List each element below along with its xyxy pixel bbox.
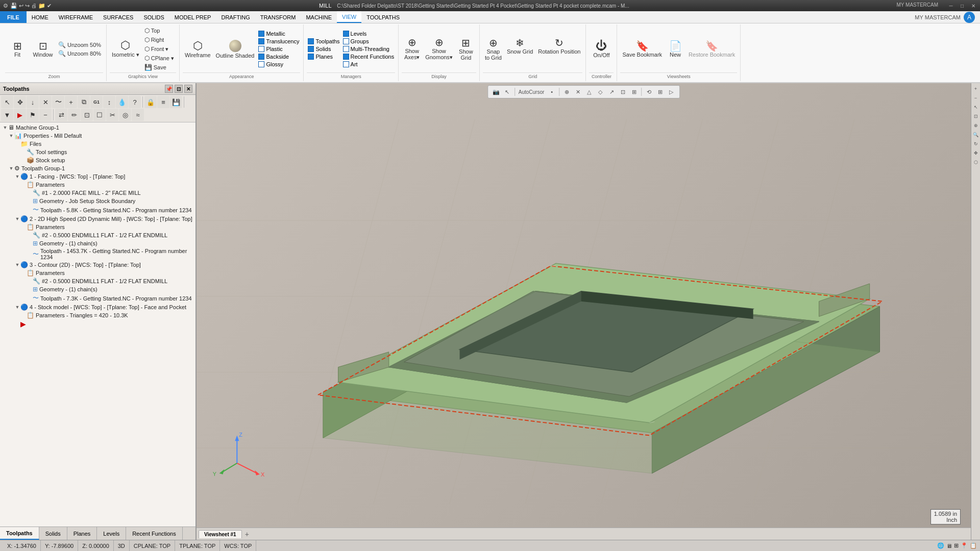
tree-op3-params[interactable]: 📋 Parameters [0, 269, 195, 277]
op4-expand-icon[interactable]: ▼ [14, 305, 20, 310]
copy-tool-button[interactable]: ⧉ [78, 96, 90, 108]
flag-tool-button[interactable]: ⚑ [27, 109, 39, 121]
panel-close-button[interactable]: ✕ [184, 85, 192, 93]
rp-btn1[interactable]: + [972, 85, 979, 92]
cplane-button[interactable]: ⬡ CPlane ▾ [142, 54, 176, 62]
mark-tool-button[interactable]: ☐ [93, 109, 106, 121]
viewsheet-tab-1[interactable]: Viewsheet #1 [199, 530, 242, 538]
op1-expand-icon[interactable]: ▼ [14, 174, 20, 179]
op-snap6[interactable]: ⊡ [618, 87, 628, 97]
show-grid-button[interactable]: ⊞ ShowGrid [456, 37, 476, 62]
status-pin-icon[interactable]: 📍 [961, 542, 968, 549]
op-snap5[interactable]: ↗ [606, 87, 617, 97]
tab-levels[interactable]: Levels [97, 527, 126, 540]
tree-op1-geo[interactable]: ⊞ Geometry - Job Setup Stock Boundary [0, 197, 195, 205]
toolpaths-mgr-check[interactable]: Toolpaths [307, 38, 340, 45]
fit-button[interactable]: ⊞ Fit [5, 40, 30, 59]
tab-toolpaths[interactable]: Toolpaths [0, 527, 39, 540]
metallic-check[interactable]: Metallic [257, 30, 300, 37]
layers-tool-button[interactable]: ≡ [157, 96, 169, 108]
tree-op4[interactable]: ▼ 🔵 4 - Stock model - [WCS: Top] - [Tpla… [0, 303, 195, 311]
tree-op1-tool[interactable]: 🔧 #1 - 2.0000 FACE MILL - 2" FACE MILL [0, 189, 195, 197]
wireframe-button[interactable]: ⬡ Wireframe [183, 39, 213, 59]
art-mgr-check[interactable]: Art [342, 61, 396, 68]
tp-group-expand-icon[interactable]: ▼ [8, 166, 14, 171]
tree-op3-tool[interactable]: 🔧 #2 - 0.5000 ENDMILL1 FLAT - 1/2 FLAT E… [0, 277, 195, 285]
select-tool-button[interactable]: ↖ [1, 96, 13, 108]
tree-op2-params[interactable]: 📋 Parameters [0, 223, 195, 231]
tree-files[interactable]: 📁 Files [0, 140, 195, 148]
rp-btn2[interactable]: − [972, 94, 979, 102]
op-tool3[interactable]: ▷ [666, 87, 676, 97]
rp-btn6[interactable]: 🔍 [972, 131, 979, 138]
rp-btn8[interactable]: ✥ [972, 149, 979, 157]
tree-op2-toolpath[interactable]: 〜 Toolpath - 1453.7K - Getting Started.N… [0, 247, 195, 261]
right-button[interactable]: ⬡ Right [142, 36, 176, 44]
glossy-check[interactable]: Glossy [257, 61, 300, 68]
maximize-button[interactable]: □ [959, 2, 966, 9]
outline-shaded-button[interactable]: Outline Shaded [214, 39, 257, 60]
move-tool-button[interactable]: ✥ [14, 96, 26, 108]
edit-tool-button[interactable]: ✏ [68, 109, 80, 121]
tree-machine-group[interactable]: ▼ 🖥 Machine Group-1 [0, 123, 195, 132]
tree-op2-geo[interactable]: ⊞ Geometry - (1) chain(s) [0, 239, 195, 247]
tree-toolpath-group-1[interactable]: ▼ ⚙ Toolpath Group-1 [0, 164, 195, 172]
tree-op4-params[interactable]: 📋 Parameters - Triangles = 420 - 10.3K [0, 311, 195, 319]
op-cursor-button[interactable]: ↖ [502, 87, 512, 97]
panel-pin-button[interactable]: 📌 [165, 85, 173, 93]
window-button[interactable]: ⊡ Window [31, 40, 55, 59]
plastic-check[interactable]: Plastic [257, 45, 300, 53]
misc-tool-button[interactable]: ≈ [132, 109, 144, 121]
view2-tool-button[interactable]: ◎ [119, 109, 131, 121]
op3-expand-icon[interactable]: ▼ [14, 262, 20, 267]
op-snap7[interactable]: ⊞ [629, 87, 639, 97]
isometric-button[interactable]: ⬡ Isometric ▾ [110, 39, 141, 59]
tree-op1-toolpath[interactable]: 〜 Toolpath - 5.8K - Getting Started.NC -… [0, 205, 195, 215]
menu-machine[interactable]: MACHINE [301, 11, 337, 23]
sel2-tool-button[interactable]: ⊡ [81, 109, 93, 121]
drip-tool-button[interactable]: 💧 [116, 96, 128, 108]
op-snap4[interactable]: ◇ [595, 87, 605, 97]
viewport[interactable]: 📷 ↖ AutoCursor • ⊕ ✕ △ ◇ ↗ ⊡ ⊞ ⟲ ⊞ ▷ [197, 83, 971, 540]
op-snap1[interactable]: ⊕ [561, 87, 572, 97]
on-off-button[interactable]: ⏻ On/Off [589, 39, 614, 59]
op-camera-button[interactable]: 📷 [491, 87, 501, 97]
tree-op1-params[interactable]: 📋 Parameters [0, 181, 195, 189]
trim-tool-button[interactable]: ✂ [106, 109, 118, 121]
show-gnomons-button[interactable]: ⊕ ShowGnomons▾ [423, 36, 455, 62]
tab-recent-functions[interactable]: Recent Functions [126, 527, 183, 540]
save-bookmark-button[interactable]: 🔖 Save Bookmark [620, 40, 664, 59]
properties-expand-icon[interactable]: ▼ [8, 133, 14, 138]
rp-btn4[interactable]: ⊡ [972, 113, 979, 120]
rotation-position-button[interactable]: ↻ Rotation Position [536, 37, 582, 62]
menu-file[interactable]: FILE [0, 11, 27, 23]
new-viewsheet-button[interactable]: 📄 New [665, 40, 685, 59]
top-button[interactable]: ⬡ Top [142, 27, 176, 35]
tree-op3-toolpath[interactable]: 〜 Toolpath - 7.3K - Getting Started.NC -… [0, 293, 195, 303]
tree-op1[interactable]: ▼ 🔵 1 - Facing - [WCS: Top] - [Tplane: T… [0, 172, 195, 181]
save-tool-button[interactable]: 💾 [170, 96, 182, 108]
unzoom80-button[interactable]: 🔍 Unzoom 80% [56, 49, 103, 58]
tree-op3[interactable]: ▼ 🔵 3 - Contour (2D) - [WCS: Top] - [Tpl… [0, 261, 195, 269]
t1-tool-button[interactable]: ↕ [103, 96, 115, 108]
rf-mgr-check[interactable]: Recent Functions [342, 53, 396, 60]
menu-surfaces[interactable]: SURFACES [98, 11, 138, 23]
user-avatar[interactable]: A [964, 12, 975, 23]
tree-properties[interactable]: ▼ 📊 Properties - Mill Default [0, 132, 195, 140]
op-snap2[interactable]: ✕ [573, 87, 583, 97]
tree-stock-setup[interactable]: 📦 Stock setup [0, 156, 195, 164]
menu-drafting[interactable]: DRAFTING [216, 11, 255, 23]
tab-solids[interactable]: Solids [39, 527, 67, 540]
menu-view[interactable]: VIEW [337, 11, 361, 23]
unzoom50-button[interactable]: 🔍 Unzoom 50% [56, 41, 103, 49]
front-button[interactable]: ⬡ Front ▾ [142, 45, 176, 53]
expand-tool-button[interactable]: ↓ [27, 96, 39, 108]
menu-toolpaths[interactable]: TOOLPATHS [361, 11, 405, 23]
show-axes-button[interactable]: ⊕ ShowAxes▾ [402, 36, 422, 62]
rp-btn7[interactable]: ↻ [972, 140, 979, 147]
tree-op2-tool[interactable]: 🔧 #2 - 0.5000 ENDMILL1 FLAT - 1/2 FLAT E… [0, 231, 195, 239]
menu-transform[interactable]: TRANSFORM [255, 11, 301, 23]
delete-tool-button[interactable]: ✕ [39, 96, 52, 108]
menu-home[interactable]: HOME [27, 11, 54, 23]
menu-solids[interactable]: SOLIDS [138, 11, 169, 23]
